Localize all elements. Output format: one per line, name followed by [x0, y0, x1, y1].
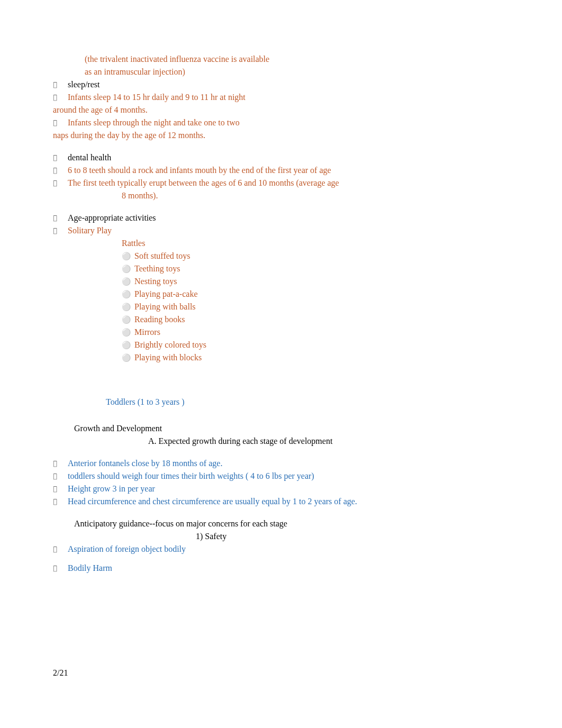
bullet-icon: ⌷ [53, 457, 68, 469]
solitary-play: Solitary Play [68, 224, 509, 237]
toy-item: Playing with balls [134, 301, 196, 313]
dental-bullet-2-cont: 8 months). [122, 189, 509, 202]
growth-item: Height grow 3 in per year [68, 483, 509, 495]
page-number: 2/21 [53, 667, 68, 679]
toy-item: Mirrors [134, 326, 160, 339]
bullet-icon: ⌷ [53, 116, 68, 129]
bullet-icon: ⌷ [53, 470, 68, 482]
toy-item: Brightly colored toys [134, 339, 206, 351]
circle-icon: ⚪ [122, 326, 134, 338]
circle-icon: ⚪ [122, 250, 134, 262]
bodily-harm-item: Bodily Harm [68, 562, 509, 575]
vaccine-note-line1: (the trivalent inactivated influenza vac… [85, 53, 509, 66]
dental-bullet-2: The first teeth typically erupt between … [68, 177, 509, 189]
toy-item: Playing with blocks [134, 351, 202, 364]
circle-icon: ⚪ [122, 351, 134, 363]
sleep-bullet-2-cont: naps during the day by the age of 12 mon… [53, 129, 509, 142]
growth-item: Head circumference and chest circumferen… [68, 495, 509, 508]
sleep-bullet-1-cont: around the age of 4 months. [53, 104, 509, 116]
dental-bullet-1: 6 to 8 teeth should a rock and infants m… [68, 164, 509, 177]
rattles-item: Rattles [122, 237, 509, 250]
bullet-icon: ⌷ [53, 483, 68, 495]
sleep-bullet-1: Infants sleep 14 to 15 hr daily and 9 to… [68, 91, 509, 104]
bullet-icon: ⌷ [53, 212, 68, 224]
bullet-icon: ⌷ [53, 495, 68, 507]
dental-health-heading: dental health [68, 151, 509, 164]
growth-dev-heading: Growth and Development [74, 422, 509, 435]
circle-icon: ⚪ [122, 262, 134, 275]
growth-item: toddlers should weigh four times their b… [68, 470, 509, 483]
sleep-bullet-2: Infants sleep through the night and take… [68, 116, 509, 129]
bullet-icon: ⌷ [53, 177, 68, 189]
sleep-rest-heading: sleep/rest [68, 78, 509, 91]
bullet-icon: ⌷ [53, 562, 68, 574]
aspiration-item: Aspiration of foreign object bodily [68, 543, 509, 556]
toy-item: Soft stuffed toys [134, 250, 190, 262]
circle-icon: ⚪ [122, 301, 134, 313]
circle-icon: ⚪ [122, 313, 134, 325]
circle-icon: ⚪ [122, 339, 134, 351]
growth-sub-a: A. Expected growth during each stage of … [148, 435, 509, 448]
safety-number: 1) Safety [196, 530, 509, 543]
age-activities-heading: Age-appropriate activities [68, 212, 509, 224]
bullet-icon: ⌷ [53, 543, 68, 555]
toy-item: Playing pat-a-cake [134, 288, 198, 301]
bullet-icon: ⌷ [53, 78, 68, 90]
bullet-icon: ⌷ [53, 151, 68, 163]
vaccine-note-line2: as an intramuscular injection) [85, 66, 509, 78]
toy-item: Teething toys [134, 262, 180, 275]
bullet-icon: ⌷ [53, 91, 68, 103]
bullet-icon: ⌷ [53, 164, 68, 176]
circle-icon: ⚪ [122, 275, 134, 287]
growth-item: Anterior fontanels close by 18 months of… [68, 457, 509, 470]
anticipatory-heading: Anticipatory guidance--focus on major co… [74, 517, 509, 530]
toy-item: Reading books [134, 313, 185, 326]
bullet-icon: ⌷ [53, 224, 68, 236]
toy-item: Nesting toys [134, 275, 177, 288]
circle-icon: ⚪ [122, 288, 134, 300]
toddlers-heading: Toddlers (1 to 3 years ) [106, 396, 509, 408]
